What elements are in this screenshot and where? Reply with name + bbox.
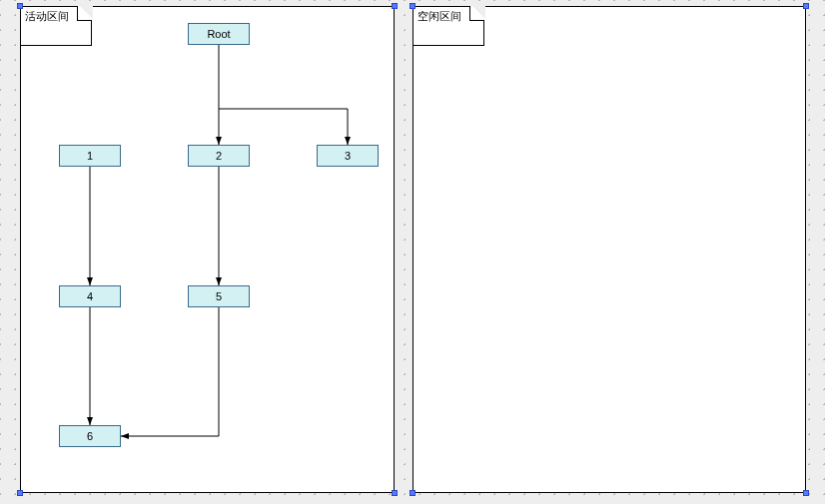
selection-handle-bl[interactable] — [410, 490, 415, 496]
panel-idle-area[interactable]: 空闲区间 — [412, 6, 806, 493]
panel-title-fold-icon — [77, 6, 92, 21]
node-6[interactable]: 6 — [59, 425, 121, 447]
panel-title-label: 空闲区间 — [417, 9, 461, 24]
node-4[interactable]: 4 — [59, 285, 121, 307]
node-label: 2 — [216, 150, 222, 162]
node-root[interactable]: Root — [188, 23, 250, 45]
selection-handle-tr[interactable] — [803, 3, 809, 9]
node-3[interactable]: 3 — [317, 145, 379, 167]
node-label: 6 — [87, 430, 93, 442]
panel-active-area[interactable]: 活动区间 Root 1 2 3 4 5 6 — [20, 6, 395, 493]
node-label: 4 — [87, 290, 93, 302]
node-label: 3 — [345, 150, 351, 162]
selection-handle-br[interactable] — [392, 490, 398, 496]
panel-title-fold-icon — [469, 6, 484, 21]
selection-handle-br[interactable] — [803, 490, 809, 496]
panel-title-label: 活动区间 — [25, 9, 69, 24]
selection-handle-tl[interactable] — [17, 3, 23, 9]
edges-layer — [21, 7, 394, 492]
selection-handle-tr[interactable] — [392, 3, 398, 9]
node-5[interactable]: 5 — [188, 285, 250, 307]
panel-title-tab: 空闲区间 — [412, 6, 484, 46]
selection-handle-tl[interactable] — [410, 3, 415, 9]
node-label: 1 — [87, 150, 93, 162]
node-2[interactable]: 2 — [188, 145, 250, 167]
panel-title-tab: 活动区间 — [20, 6, 92, 46]
node-label: 5 — [216, 290, 222, 302]
node-label: Root — [207, 28, 230, 40]
selection-handle-bl[interactable] — [17, 490, 23, 496]
node-1[interactable]: 1 — [59, 145, 121, 167]
